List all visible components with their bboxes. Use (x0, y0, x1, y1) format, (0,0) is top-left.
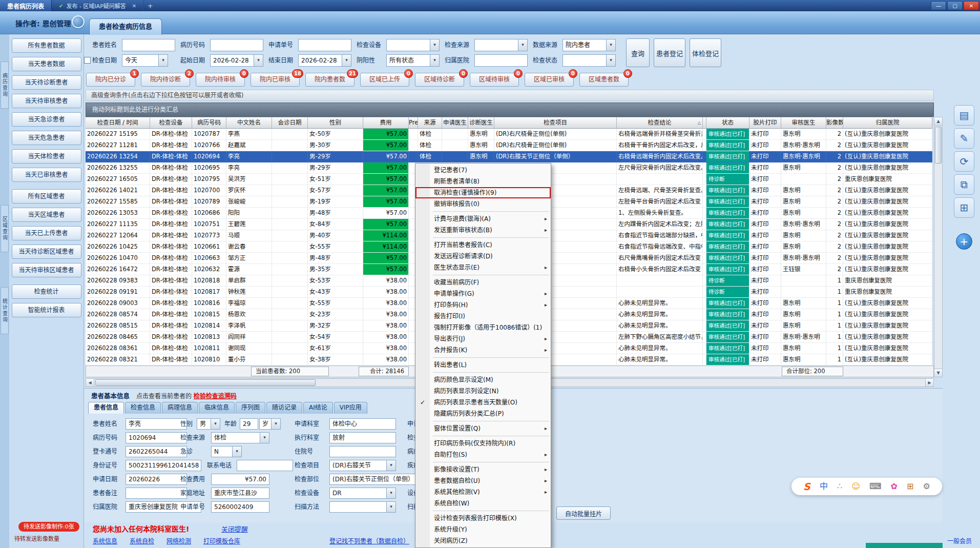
address-label: 家庭地址 (180, 488, 205, 499)
age-field[interactable]: 29 (240, 418, 258, 430)
scan_method-label: 扫描方法 (295, 501, 319, 513)
context-menu-item[interactable]: 发送重新审核状态(B)▸ (415, 225, 551, 236)
context-menu-item[interactable]: 隐藏病历列表分类汇总(P) (415, 408, 551, 419)
card_no-label: 登卡通号 (93, 446, 117, 457)
context-menu-item[interactable]: 病历列表显示列设定(N) (415, 385, 551, 397)
inpatient_no-field[interactable] (329, 446, 396, 457)
context-menu-item[interactable]: 转出患者(L) (415, 359, 551, 371)
context-menu-item[interactable]: 撤销审核报告(0) (415, 198, 551, 210)
menu-separator (433, 421, 549, 421)
context-menu-item[interactable]: 强制打开影像（适用于10086错误）(1) (415, 322, 551, 333)
submenu-arrow-icon: ▸ (545, 333, 547, 344)
emergency-label: 急诊 (180, 446, 193, 457)
context-menu-item[interactable]: 系统自检(W) (415, 498, 551, 509)
keyboard-icon[interactable]: ⌨ (869, 482, 881, 491)
symbol-icon[interactable]: ∴ (837, 482, 842, 491)
record_no-label: 病历号码 (93, 432, 117, 443)
context-menu-item[interactable]: 关闭病历(Z) (415, 535, 551, 546)
context-menu-item[interactable]: 报告打印(I) (415, 311, 551, 322)
context-menu-item[interactable]: 病历列表显示患者当天数量(O)✓ (415, 397, 551, 408)
scan_method-field[interactable] (329, 501, 396, 513)
req_date-label: 申请日期 (93, 474, 117, 485)
name-field[interactable]: 李亮 (126, 418, 187, 430)
phone-field[interactable] (237, 460, 293, 471)
context-menu-item[interactable]: 取消检查(谨慎操作)(9) (415, 187, 551, 198)
address-field[interactable]: 重庆市垫江县沙 (211, 488, 269, 499)
age-label: 年龄 (224, 418, 237, 430)
settings-icon[interactable]: ⚙ (923, 482, 930, 491)
context-menu-item[interactable]: 系统升级(Y) (415, 524, 551, 535)
menu-separator (433, 211, 549, 212)
context-menu-item[interactable]: 计费与退费(银海)(A)▸ (415, 213, 551, 225)
record_no-field[interactable]: 1020694 (126, 432, 187, 443)
id_no-label: 身份证号 (93, 460, 117, 471)
emergency-field[interactable]: N (211, 446, 242, 457)
context-menu-item[interactable]: 发送远程诊断请求(D) (415, 251, 551, 262)
context-menu-item[interactable]: 打印条码(H)▸ (415, 299, 551, 311)
gender-field[interactable]: 男 (197, 418, 220, 430)
req_no-field[interactable]: 5260002409 (211, 501, 269, 513)
context-menu-item[interactable]: 导出表行(J)▸ (415, 333, 551, 344)
gender-label: 性别 (180, 418, 193, 430)
context-menu-item[interactable]: 打印病历条码(仅支持院内)(R) (415, 438, 551, 449)
submenu-arrow-icon: ▸ (545, 213, 547, 225)
menu-separator (433, 511, 549, 511)
context-menu-item[interactable]: 系统其他检测(V)▸ (415, 486, 551, 498)
context-menu: 登记患者(7)刷新患者清单(8)取消检查(谨慎操作)(9)撤销审核报告(0)计费… (415, 163, 551, 548)
menu-separator (433, 357, 549, 358)
pending-images-badge: 待发送影像制作:0张 (18, 522, 79, 532)
age-unit-select[interactable]: 岁 (259, 418, 281, 430)
menu-separator (433, 275, 549, 275)
context-menu-item[interactable]: 合并报告(K)▸ (415, 344, 551, 356)
pending-forward-label: 待转发送影像数量 (14, 534, 59, 542)
submenu-arrow-icon: ▸ (545, 225, 547, 236)
context-menu-item[interactable]: 窗体位置设置(Q)▸ (415, 423, 551, 434)
menu-separator (433, 237, 549, 238)
context-menu-item[interactable]: 收藏当前病历(F) (415, 277, 551, 288)
name-label: 患者姓名 (93, 418, 117, 430)
context-menu-item[interactable]: 设计检查列表报告打印模板(X) (415, 513, 551, 524)
card_no-field[interactable]: 2602265044 (126, 446, 187, 457)
exam_fee-label: 检查费用 (180, 474, 205, 485)
id_no-field[interactable]: 500231199612041458 (126, 460, 201, 471)
submenu-arrow-icon: ▸ (545, 464, 547, 475)
context-menu-item[interactable]: 患者数据自检(U)▸ (415, 475, 551, 486)
context-menu-item[interactable]: 医生状态显示(E)▸ (415, 262, 551, 273)
submenu-arrow-icon: ▸ (545, 299, 547, 311)
menu-separator (433, 436, 549, 436)
menu-separator (433, 462, 549, 462)
device-label: 检查设备 (295, 488, 319, 499)
submenu-arrow-icon: ▸ (545, 262, 547, 273)
auto-batch-hang-button[interactable]: 自动批量挂片 (556, 506, 611, 520)
emoji-icon[interactable]: ☺ (851, 482, 860, 491)
exec_dept-field[interactable]: 放射 (329, 432, 396, 443)
inpatient_no-label: 住院号 (295, 446, 313, 457)
skin-icon[interactable]: ✿ (890, 482, 897, 491)
submenu-arrow-icon: ▸ (545, 423, 547, 434)
remark-field[interactable] (126, 488, 187, 499)
req_dept-label: 申请科室 (295, 418, 319, 430)
context-menu-item[interactable]: 打开当前患者报告(C) (415, 239, 551, 251)
source-label: 检查来源 (180, 432, 205, 443)
req_dept-field[interactable]: 体检中心 (329, 418, 396, 430)
context-menu-item[interactable]: 病历颜色显示设定(M) (415, 374, 551, 385)
menu-separator (433, 372, 549, 373)
toolbox-icon[interactable]: ⊞ (907, 482, 913, 491)
taskbar-peek (866, 543, 943, 548)
exam_item-label: 检查项目 (295, 460, 319, 471)
context-menu-item[interactable]: 刷新患者清单(8) (415, 176, 551, 187)
device-field[interactable]: DR (329, 488, 396, 499)
context-menu-item[interactable]: 自助打包(S)▸ (415, 449, 551, 460)
exam_item-field[interactable]: (DR)右膝关节 (329, 460, 396, 471)
check-icon: ✓ (420, 397, 425, 408)
submenu-arrow-icon: ▸ (545, 486, 547, 498)
context-menu-item[interactable]: 影像接收设置(T)▸ (415, 464, 551, 475)
context-menu-item[interactable]: 申请单操作(G)▸ (415, 288, 551, 299)
cn-mode-icon[interactable]: 中 (820, 482, 828, 491)
submenu-arrow-icon: ▸ (545, 288, 547, 299)
sogou-logo-icon[interactable]: S (803, 482, 810, 492)
context-menu-item[interactable]: 登记患者(7) (415, 165, 551, 176)
exam_fee-field[interactable]: ¥57.00 (211, 474, 269, 485)
source-field[interactable]: 体检 (211, 432, 269, 443)
req_date-field[interactable]: 20260226 (126, 474, 187, 485)
